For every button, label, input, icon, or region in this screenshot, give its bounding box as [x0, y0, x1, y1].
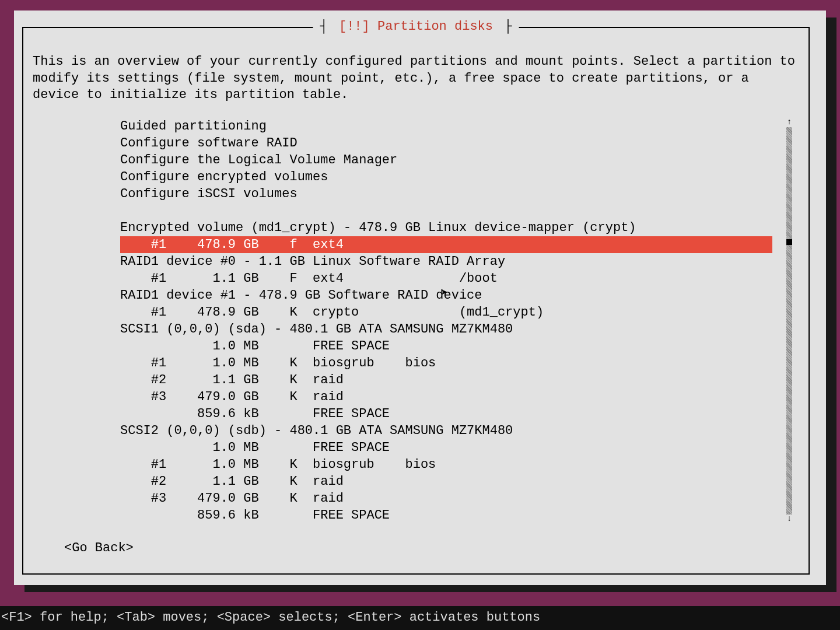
partition-menu: Guided partitioningConfigure software RA…: [33, 118, 799, 524]
title-bracket-right: ├: [501, 19, 515, 34]
partition-entry[interactable]: RAID1 device #1 - 478.9 GB Software RAID…: [120, 287, 772, 304]
partition-entry[interactable]: 1.0 MB FREE SPACE: [120, 338, 772, 355]
partition-entry[interactable]: #1 478.9 GB K crypto (md1_crypt): [120, 304, 772, 321]
partition-entry[interactable]: 859.6 kB FREE SPACE: [120, 405, 772, 422]
partition-entry[interactable]: RAID1 device #0 - 1.1 GB Linux Software …: [120, 253, 772, 270]
partition-entry[interactable]: #1 1.1 GB F ext4 /boot: [120, 270, 772, 287]
title-text: Partition disks: [377, 19, 493, 34]
config-options-list: Guided partitioningConfigure software RA…: [120, 118, 772, 202]
partition-entry[interactable]: SCSI2 (0,0,0) (sdb) - 480.1 GB ATA SAMSU…: [120, 422, 772, 439]
config-option[interactable]: Configure software RAID: [120, 135, 772, 152]
partition-entry[interactable]: 1.0 MB FREE SPACE: [120, 439, 772, 456]
dialog-outer: ┤ [!!] Partition disks ├ This is an over…: [14, 10, 826, 585]
config-option[interactable]: Guided partitioning: [120, 118, 772, 135]
scroll-up-icon[interactable]: ↑: [785, 118, 793, 127]
dialog-content: This is an overview of your currently co…: [23, 28, 808, 564]
scrollbar[interactable]: ↑ ↓: [785, 118, 793, 524]
help-footer: <F1> for help; <Tab> moves; <Space> sele…: [0, 606, 840, 630]
menu-spacer: [120, 202, 772, 219]
config-option[interactable]: Configure iSCSI volumes: [120, 186, 772, 202]
scroll-thumb[interactable]: [786, 239, 792, 245]
partition-entry[interactable]: Encrypted volume (md1_crypt) - 478.9 GB …: [120, 219, 772, 236]
partition-entry[interactable]: #1 478.9 GB f ext4: [120, 236, 772, 253]
dialog-box: ┤ [!!] Partition disks ├ This is an over…: [22, 27, 810, 575]
config-option[interactable]: Configure the Logical Volume Manager: [120, 152, 772, 169]
title-priority: [!!]: [339, 19, 370, 34]
title-bracket-left: ┤: [317, 19, 331, 34]
go-back-button[interactable]: <Go Back>: [64, 540, 799, 557]
intro-text: This is an overview of your currently co…: [33, 54, 799, 104]
config-option[interactable]: Configure encrypted volumes: [120, 169, 772, 186]
scroll-down-icon[interactable]: ↓: [785, 514, 793, 524]
partition-entry[interactable]: #3 479.0 GB K raid: [120, 490, 772, 507]
dialog-title: ┤ [!!] Partition disks ├: [313, 19, 519, 36]
partition-entry[interactable]: #1 1.0 MB K biosgrub bios: [120, 355, 772, 372]
partition-entry[interactable]: SCSI1 (0,0,0) (sda) - 480.1 GB ATA SAMSU…: [120, 321, 772, 338]
partition-entry[interactable]: #1 1.0 MB K biosgrub bios: [120, 456, 772, 473]
partition-entry[interactable]: 859.6 kB FREE SPACE: [120, 507, 772, 524]
partition-entry[interactable]: #2 1.1 GB K raid: [120, 473, 772, 490]
partition-entries-list: Encrypted volume (md1_crypt) - 478.9 GB …: [120, 219, 772, 524]
partition-entry[interactable]: #2 1.1 GB K raid: [120, 372, 772, 388]
scroll-track[interactable]: [786, 127, 792, 514]
partition-entry[interactable]: #3 479.0 GB K raid: [120, 388, 772, 405]
